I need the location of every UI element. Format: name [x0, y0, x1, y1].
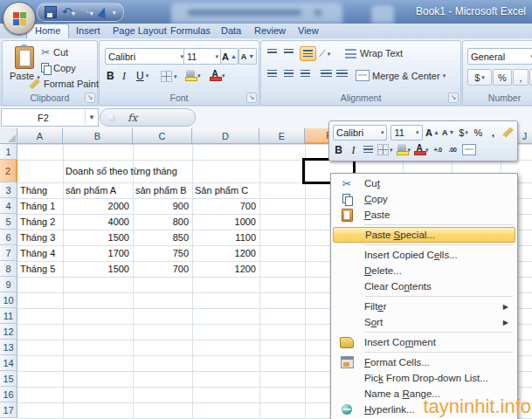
column-header-C[interactable]: C — [133, 128, 192, 144]
customize-qat-arrow[interactable]: ▾ — [113, 9, 116, 17]
cell-B6[interactable]: 1500 — [63, 230, 129, 245]
mini-font-size-combo[interactable]: 11▾ — [390, 125, 422, 141]
select-all-corner[interactable] — [0, 128, 17, 144]
row-header-12[interactable]: 12 — [0, 324, 17, 340]
cell-B5[interactable]: 4000 — [63, 214, 129, 230]
mini-font-color-button[interactable]: A▾ — [414, 143, 429, 157]
align-center-button[interactable] — [284, 70, 294, 78]
alignment-dialog-launcher-icon[interactable]: ↘ — [448, 93, 459, 103]
cell-header-C3[interactable]: sản phẩm B — [135, 182, 187, 198]
grow-font-button[interactable]: A▲ — [220, 48, 238, 65]
addin-icon[interactable] — [97, 6, 108, 19]
align-middle-button[interactable] — [284, 49, 294, 55]
menu-item-filter[interactable]: Filter▶ — [333, 299, 515, 314]
align-left-button[interactable] — [267, 70, 277, 78]
paste-button[interactable]: Paste ▾ — [10, 46, 40, 81]
format-painter-button[interactable]: Format Painter — [29, 79, 107, 89]
cell-A4[interactable]: Tháng 1 — [20, 198, 55, 214]
increase-indent-button[interactable] — [336, 70, 348, 78]
row-header-16[interactable]: 16 — [0, 387, 17, 402]
row-header-4[interactable]: 4 — [0, 198, 17, 214]
mini-center-button[interactable] — [363, 143, 374, 157]
cell-C5[interactable]: 800 — [133, 214, 189, 230]
cell-header-A3[interactable]: Tháng — [20, 182, 47, 198]
row-header-6[interactable]: 6 — [0, 230, 17, 245]
tab-formulas[interactable]: Formulas — [162, 24, 218, 38]
cell-B7[interactable]: 1700 — [63, 245, 129, 261]
menu-item-paste-special[interactable]: Paste Special... — [333, 227, 515, 243]
row-header-8[interactable]: 8 — [0, 261, 17, 277]
column-header-B[interactable]: B — [63, 128, 133, 144]
menu-item-copy[interactable]: Copy — [333, 191, 515, 207]
clipboard-dialog-launcher-icon[interactable]: ↘ — [85, 93, 95, 103]
mini-merge-center-button[interactable] — [462, 143, 476, 157]
menu-item-delete[interactable]: Delete... — [333, 263, 515, 278]
office-button[interactable] — [3, 2, 36, 35]
row-header-11[interactable]: 11 — [0, 308, 17, 324]
align-bottom-button[interactable] — [300, 46, 316, 61]
mini-bold-button[interactable]: B — [333, 143, 344, 157]
mini-comma-button[interactable]: , — [487, 126, 499, 140]
mini-grow-font-button[interactable]: A▲ — [426, 126, 439, 140]
font-dialog-launcher-icon[interactable]: ↘ — [246, 93, 257, 103]
cell-A8[interactable]: Tháng 5 — [20, 261, 55, 277]
mini-format-painter-button[interactable] — [502, 126, 514, 140]
italic-button[interactable]: I — [122, 70, 126, 83]
menu-item-sort[interactable]: Sort▶ — [333, 314, 515, 330]
mini-currency-button[interactable]: $▾ — [458, 126, 469, 140]
row-header-9[interactable]: 9 — [0, 277, 17, 292]
row-header-1[interactable]: 1 — [0, 144, 17, 160]
currency-button[interactable]: $▾ — [467, 69, 492, 86]
cell-A6[interactable]: Tháng 3 — [20, 230, 55, 245]
borders-button[interactable]: ▾ — [161, 71, 177, 82]
cut-button[interactable]: ✂ Cut — [41, 47, 68, 58]
row-header-15[interactable]: 15 — [0, 371, 17, 387]
tab-view[interactable]: View — [290, 24, 327, 38]
cell-header-B3[interactable]: sản phẩm A — [66, 182, 116, 198]
cell-C8[interactable]: 700 — [133, 261, 189, 277]
align-right-button[interactable] — [301, 70, 310, 78]
cell-D8[interactable]: 1200 — [192, 261, 256, 277]
menu-item-clear-contents[interactable]: Clear Contents — [333, 278, 515, 294]
undo-icon[interactable]: ↶▾ — [62, 6, 75, 19]
cell-D5[interactable]: 1000 — [192, 214, 256, 230]
mini-shrink-font-button[interactable]: A▼ — [442, 126, 454, 140]
wrap-text-button[interactable]: Wrap Text — [345, 48, 403, 58]
name-box[interactable]: F2 ▼ — [1, 108, 99, 127]
mini-percent-button[interactable]: % — [473, 126, 484, 140]
mini-decrease-decimal-button[interactable]: .00 — [447, 143, 459, 157]
row-header-5[interactable]: 5 — [0, 214, 17, 230]
cell-A5[interactable]: Tháng 2 — [20, 214, 55, 230]
cell-B4[interactable]: 2000 — [63, 198, 129, 214]
mini-borders-button[interactable]: ▾ — [377, 143, 393, 157]
cell-D4[interactable]: 700 — [192, 198, 256, 214]
percent-button[interactable]: % — [493, 69, 512, 86]
column-header-D[interactable]: D — [192, 128, 259, 144]
bold-button[interactable]: B — [107, 70, 114, 82]
fill-color-button[interactable]: ▾ — [185, 70, 201, 81]
row-header-2[interactable]: 2 — [0, 160, 17, 182]
menu-item-format-cells[interactable]: Format Cells... — [333, 354, 515, 370]
name-box-dropdown-icon[interactable]: ▼ — [85, 110, 98, 125]
tab-data[interactable]: Data — [213, 24, 249, 38]
cell-header-D3[interactable]: Sản phẩm C — [195, 182, 248, 198]
comma-button[interactable]: , — [513, 69, 529, 86]
row-header-3[interactable]: 3 — [0, 182, 17, 198]
menu-item-pick-from-list[interactable]: Pick From Drop-down List... — [333, 370, 515, 386]
insert-function-button[interactable]: fx — [100, 108, 196, 127]
cell-B8[interactable]: 1500 — [63, 261, 129, 277]
row-header-17[interactable]: 17 — [0, 402, 17, 418]
font-color-button[interactable]: A▾ — [210, 70, 225, 81]
tab-review[interactable]: Review — [246, 24, 294, 38]
merge-center-button[interactable]: Merge & Center▾ — [356, 70, 446, 81]
cell-B2-title[interactable]: Doanh số theo từng tháng — [66, 160, 177, 182]
tab-insert[interactable]: Insert — [68, 24, 108, 38]
column-header-E[interactable]: E — [259, 128, 305, 144]
save-icon[interactable] — [45, 6, 57, 18]
row-header-7[interactable]: 7 — [0, 245, 17, 261]
copy-button[interactable]: Copy — [41, 63, 76, 73]
cell-A7[interactable]: Tháng 4 — [20, 245, 55, 261]
orientation-button[interactable]: ⟋▾ — [319, 48, 330, 59]
menu-item-insert-copied-cells[interactable]: Insert Copied Cells... — [333, 247, 515, 263]
font-name-combo[interactable]: Calibri▾ — [105, 48, 187, 65]
